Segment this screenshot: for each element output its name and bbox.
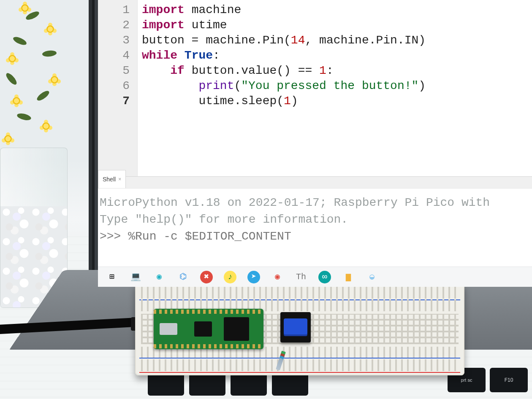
code-line[interactable]: while True:	[142, 48, 532, 63]
push-button	[280, 312, 311, 342]
line-number-gutter: 1234567	[98, 0, 138, 176]
code-line[interactable]: import utime	[142, 18, 532, 33]
code-line[interactable]: print("You pressed the button!")	[142, 78, 532, 94]
line-number: 5	[100, 63, 130, 78]
close-icon[interactable]: ×	[118, 172, 121, 187]
line-number: 1	[100, 3, 130, 18]
windows-taskbar[interactable]: ⊞💻◉⌬✖♪➤◉Th∞▆◒	[98, 267, 532, 287]
shell-tab[interactable]: Shell ×	[98, 170, 126, 188]
breadboard	[135, 283, 464, 375]
shell-tabbar: Shell ×	[98, 176, 532, 188]
line-number: 2	[100, 18, 130, 33]
shell-output[interactable]: MicroPython v1.18 on 2022-01-17; Raspber…	[98, 188, 532, 267]
code-line[interactable]: button = machine.Pin(14, machine.Pin.IN)	[142, 33, 532, 48]
telegram-icon[interactable]: ➤	[247, 271, 260, 283]
close-app-icon[interactable]: ✖	[200, 271, 213, 283]
cloud-icon[interactable]: ◒	[366, 271, 378, 283]
chrome-icon[interactable]: ◉	[271, 271, 284, 283]
code-area[interactable]: import machineimport utimebutton = machi…	[138, 0, 532, 176]
plant	[0, 0, 80, 169]
thonny-icon[interactable]: Th	[295, 271, 307, 283]
code-editor[interactable]: 1234567 import machineimport utimebutton…	[98, 0, 532, 176]
start-icon[interactable]: ⊞	[106, 271, 118, 283]
shell-banner-line: MicroPython v1.18 on 2022-01-17; Raspber…	[100, 196, 497, 209]
code-line[interactable]: if button.value() == 1:	[142, 63, 532, 78]
music-icon[interactable]: ♪	[224, 271, 236, 283]
line-number: 6	[100, 78, 130, 94]
code-line[interactable]: utime.sleep(1)	[142, 94, 532, 109]
arduino-icon[interactable]: ∞	[318, 271, 331, 283]
vscode-icon[interactable]: ⌬	[176, 271, 189, 283]
line-number: 4	[100, 48, 130, 63]
line-number: 3	[100, 33, 130, 48]
shell-tab-label: Shell	[103, 172, 116, 187]
raspberry-pi-pico	[154, 309, 263, 349]
keyboard-key: F10	[490, 368, 528, 392]
shell-banner-line: Type "help()" for more information.	[100, 213, 348, 226]
laptop-icon[interactable]: 💻	[129, 271, 142, 283]
shell-prompt: >>> %Run -c $EDITOR_CONTENT	[100, 230, 291, 243]
laptop-screen: 1234567 import machineimport utimebutton…	[98, 0, 532, 287]
edge-icon[interactable]: ◉	[153, 271, 166, 283]
line-number: 7	[100, 94, 130, 109]
code-line[interactable]: import machine	[142, 3, 532, 18]
explorer-icon[interactable]: ▆	[342, 271, 355, 283]
